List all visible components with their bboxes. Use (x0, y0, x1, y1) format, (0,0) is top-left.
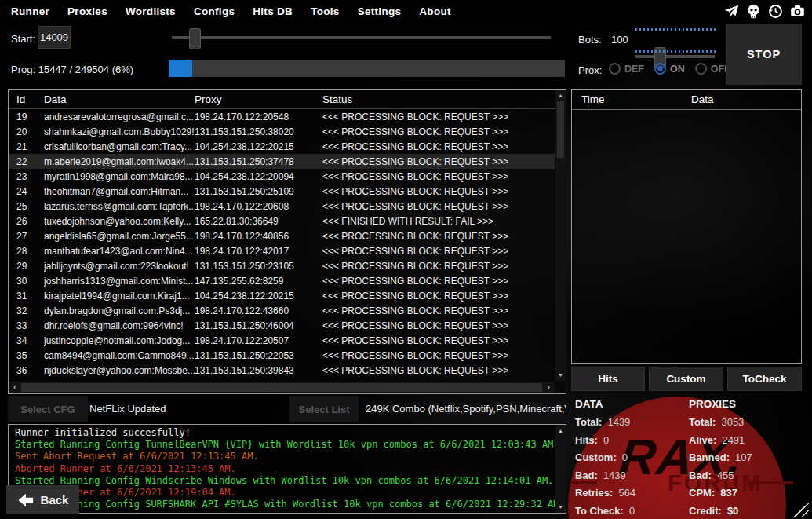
log-line: Aborted Runner at 6/6/2021 12:13:45 AM. (15, 463, 555, 475)
cell-status: <<< PROCESSING BLOCK: REQUEST >>> (322, 276, 555, 287)
progress-bar (169, 60, 565, 77)
cell-data: m.aberle2019@gmail.com:lwoak4... (44, 156, 195, 167)
log-line: Runner initialized succesfully! (15, 427, 555, 439)
scroll-up-icon[interactable]: ▲ (555, 426, 566, 436)
table-row[interactable]: 25 lazarus.terriss@gmail.com:Tapferk... … (9, 199, 555, 214)
slider-handle[interactable] (189, 28, 201, 49)
back-button[interactable]: Back (6, 485, 79, 514)
tocheck-button[interactable]: ToCheck (727, 367, 802, 391)
table-row[interactable]: 19 andresarevalotorregrosa@gmail.c... 19… (9, 109, 555, 124)
cell-id: 26 (16, 216, 44, 227)
radio-button-icon[interactable] (609, 63, 621, 75)
vertical-scrollbar[interactable]: ▲ ▼ (555, 90, 566, 381)
table-row[interactable]: 37 ...8804@gmail.com:8794.l... 131.153.1… (9, 378, 555, 381)
column-id[interactable]: Id (16, 93, 44, 105)
start-input[interactable]: 14009 (38, 26, 71, 49)
stat-label: Hits: (575, 434, 598, 446)
history-icon[interactable] (767, 3, 784, 20)
menu-item[interactable]: Runner (11, 5, 49, 17)
cell-proxy: 104.254.238.122:20215 (195, 141, 322, 152)
log-scrollbar[interactable]: ▲ ▼ (555, 425, 566, 513)
cell-proxy: 198.24.170.122:20548 (195, 111, 322, 122)
table-row[interactable]: 24 theohitman7@gmail.com:Hitman... 131.1… (9, 184, 555, 199)
scroll-left-icon[interactable]: ‹ (9, 382, 20, 393)
stat-label: Custom: (575, 451, 617, 463)
menu-item[interactable]: Tools (311, 5, 340, 17)
cell-data: kirajpatel1994@gmail.com:Kiraj1... (44, 291, 195, 302)
column-status[interactable]: Status (322, 93, 566, 105)
table-row[interactable]: 30 joshharris1313@gmail.com:Minist... 14… (9, 273, 555, 288)
scroll-down-icon[interactable]: ▼ (555, 502, 566, 512)
cell-id: 27 (16, 231, 44, 242)
progress-fill (169, 60, 192, 77)
menu-item[interactable]: Configs (194, 5, 235, 17)
scroll-right-icon[interactable]: › (543, 382, 554, 393)
select-list-button[interactable]: Select List (289, 396, 359, 422)
telegram-icon[interactable] (723, 3, 740, 20)
menu-icons (723, 3, 806, 20)
camera-icon[interactable] (789, 3, 806, 20)
table-row[interactable]: 33 dhr.roelofs@gmail.com:9964vinc! 131.1… (9, 318, 555, 333)
column-hit-data[interactable]: Data (691, 93, 801, 105)
table-row[interactable]: 31 kirajpatel1994@gmail.com:Kiraj1... 10… (9, 288, 555, 303)
start-slider[interactable] (172, 30, 551, 46)
cell-proxy: 131.153.151.250:23105 (195, 261, 322, 272)
table-row[interactable]: 20 shahmkazi@gmail.com:Bobby1029! 131.15… (9, 124, 555, 139)
cell-data: angeldisla65@gmail.com:Jorge55... (44, 231, 195, 242)
horizontal-scrollbar[interactable]: ‹ › (9, 382, 555, 393)
log-line: Sent Abort Request at 6/6/2021 12:13:45 … (15, 451, 555, 462)
table-row[interactable]: 32 dylan.bragdon@gmail.com:Ps3dj... 198.… (9, 303, 555, 318)
scrollbar-thumb[interactable] (557, 101, 564, 158)
table-row[interactable]: 26 tuxedojohnson@yahoo.com:Kelly... 165.… (9, 214, 555, 228)
prox-radio-option[interactable]: ON (654, 63, 685, 75)
cell-status: <<< PROCESSING BLOCK: REQUEST >>> (322, 305, 555, 316)
log-lines: Runner initialized succesfully! Started … (9, 425, 555, 513)
prox-radio-option[interactable]: OFF (695, 63, 730, 75)
column-data[interactable]: Data (44, 93, 195, 105)
table-row[interactable]: 36 njduckslayer@yahoo.com:Mossbe... 131.… (9, 363, 555, 378)
menu-item[interactable]: Proxies (67, 5, 107, 17)
scrollbar-thumb[interactable] (21, 383, 542, 392)
hits-button[interactable]: Hits (571, 367, 645, 391)
table-row[interactable]: 29 jablljoynts@gmail.com:223lookout! 131… (9, 258, 555, 273)
cell-proxy: 198.24.170.122:20507 (195, 335, 322, 346)
stat-label: CPM: (689, 487, 715, 499)
skull-icon[interactable] (745, 3, 762, 20)
table-row[interactable]: 35 cam8494@gmail.com:Cammo849... 131.153… (9, 348, 555, 363)
stat-item: Bad: 1439 (575, 470, 685, 481)
scroll-down-icon[interactable]: ▼ (555, 370, 566, 380)
cell-data: myratin1998@gmail.com:Maira98... (44, 171, 195, 182)
radio-button-icon[interactable] (695, 63, 707, 75)
menu-item[interactable]: Settings (358, 5, 402, 17)
bots-slider[interactable] (635, 53, 715, 60)
menu-item[interactable]: Hits DB (253, 5, 293, 17)
bots-ticks-top (635, 28, 716, 31)
cell-id: 23 (16, 171, 44, 182)
prox-radio-option[interactable]: DEF (609, 63, 644, 75)
table-row[interactable]: 23 myratin1998@gmail.com:Maira98... 104.… (9, 169, 555, 184)
radio-button-icon[interactable] (654, 63, 666, 75)
cell-id: 33 (16, 320, 44, 331)
table-row[interactable]: 22 m.aberle2019@gmail.com:lwoak4... 131.… (9, 154, 555, 169)
cell-data: tuxedojohnson@yahoo.com:Kelly... (44, 216, 195, 227)
table-row[interactable]: 27 angeldisla65@gmail.com:Jorge55... 198… (9, 228, 555, 243)
table-row[interactable]: 21 crisafullicorban@gmail.com:Tracy... 1… (9, 139, 555, 154)
menu-item[interactable]: Wordlists (126, 5, 176, 17)
cell-status: <<< PROCESSING BLOCK: REQUEST >>> (322, 246, 555, 257)
custom-button[interactable]: Custom (649, 367, 723, 391)
column-proxy[interactable]: Proxy (195, 93, 322, 105)
cell-proxy: 131.153.151.250:22053 (195, 350, 322, 361)
select-cfg-button[interactable]: Select CFG (8, 396, 88, 422)
scroll-up-icon[interactable]: ▲ (555, 90, 566, 101)
stat-value: 0 (603, 434, 609, 446)
stop-button[interactable]: STOP (726, 24, 802, 85)
stat-item: Alive: 2491 (689, 434, 807, 446)
hits-panel-header: Time Data (572, 90, 801, 110)
table-row[interactable]: 28 manthatufear1423@aol.com:Nin4... 198.… (9, 243, 555, 258)
column-time[interactable]: Time (581, 93, 691, 105)
cell-proxy: 147.135.255.62:8259 (195, 276, 322, 287)
table-row[interactable]: 34 justincopple@hotmail.com:Jodog... 198… (9, 333, 555, 348)
cell-data: crisafullicorban@gmail.com:Tracy... (44, 141, 195, 152)
progress-label: Prog: 15447 / 249504 (6%) (11, 64, 133, 75)
menu-item[interactable]: About (419, 5, 450, 17)
